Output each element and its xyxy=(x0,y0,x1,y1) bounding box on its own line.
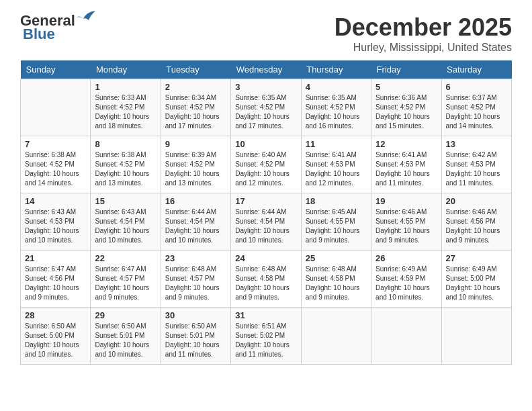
day-number: 2 xyxy=(165,82,226,92)
week-row-5: 28Sunrise: 6:50 AM Sunset: 5:00 PM Dayli… xyxy=(21,308,512,365)
day-info: Sunrise: 6:38 AM Sunset: 4:52 PM Dayligh… xyxy=(25,150,86,188)
day-info: Sunrise: 6:44 AM Sunset: 4:54 PM Dayligh… xyxy=(235,208,296,245)
calendar-cell: 3Sunrise: 6:35 AM Sunset: 4:52 PM Daylig… xyxy=(231,79,301,136)
col-header-tuesday: Tuesday xyxy=(161,60,230,79)
calendar-cell: 28Sunrise: 6:50 AM Sunset: 5:00 PM Dayli… xyxy=(21,308,91,365)
calendar-cell: 5Sunrise: 6:36 AM Sunset: 4:52 PM Daylig… xyxy=(371,79,441,136)
day-info: Sunrise: 6:39 AM Sunset: 4:52 PM Dayligh… xyxy=(165,150,226,188)
day-number: 15 xyxy=(95,196,156,206)
day-info: Sunrise: 6:51 AM Sunset: 5:02 PM Dayligh… xyxy=(235,322,296,359)
header: General Blue December 2025 Hurley, Missi… xyxy=(20,13,512,54)
calendar-cell: 26Sunrise: 6:49 AM Sunset: 4:59 PM Dayli… xyxy=(371,250,441,308)
day-number: 25 xyxy=(306,253,367,263)
calendar-cell: 30Sunrise: 6:50 AM Sunset: 5:01 PM Dayli… xyxy=(161,308,230,365)
day-info: Sunrise: 6:45 AM Sunset: 4:55 PM Dayligh… xyxy=(306,208,367,245)
day-number: 16 xyxy=(165,196,226,206)
col-header-friday: Friday xyxy=(371,60,441,79)
day-number: 24 xyxy=(235,253,296,263)
calendar-cell: 14Sunrise: 6:43 AM Sunset: 4:53 PM Dayli… xyxy=(21,193,91,250)
calendar-cell: 19Sunrise: 6:46 AM Sunset: 4:55 PM Dayli… xyxy=(371,193,441,250)
day-number: 13 xyxy=(446,139,507,149)
day-number: 1 xyxy=(95,82,156,92)
calendar-cell xyxy=(21,79,91,136)
day-number: 22 xyxy=(95,253,156,263)
logo-blue: Blue xyxy=(23,26,55,43)
day-number: 9 xyxy=(165,139,226,149)
calendar-cell: 16Sunrise: 6:44 AM Sunset: 4:54 PM Dayli… xyxy=(161,193,230,250)
day-number: 19 xyxy=(375,196,437,206)
day-info: Sunrise: 6:35 AM Sunset: 4:52 PM Dayligh… xyxy=(306,93,367,131)
day-number: 3 xyxy=(235,82,296,92)
calendar-cell: 9Sunrise: 6:39 AM Sunset: 4:52 PM Daylig… xyxy=(161,136,230,193)
day-info: Sunrise: 6:46 AM Sunset: 4:55 PM Dayligh… xyxy=(375,208,437,245)
week-row-2: 7Sunrise: 6:38 AM Sunset: 4:52 PM Daylig… xyxy=(21,136,512,193)
calendar-cell: 7Sunrise: 6:38 AM Sunset: 4:52 PM Daylig… xyxy=(21,136,91,193)
calendar-cell: 24Sunrise: 6:48 AM Sunset: 4:58 PM Dayli… xyxy=(231,250,301,308)
day-number: 21 xyxy=(25,253,86,263)
day-info: Sunrise: 6:50 AM Sunset: 5:00 PM Dayligh… xyxy=(25,322,86,359)
col-header-saturday: Saturday xyxy=(441,60,511,79)
calendar-cell: 27Sunrise: 6:49 AM Sunset: 5:00 PM Dayli… xyxy=(441,250,511,308)
day-number: 7 xyxy=(25,139,86,149)
day-number: 23 xyxy=(165,253,226,263)
day-info: Sunrise: 6:36 AM Sunset: 4:52 PM Dayligh… xyxy=(375,93,437,131)
calendar-cell: 6Sunrise: 6:37 AM Sunset: 4:52 PM Daylig… xyxy=(441,79,511,136)
logo: General Blue xyxy=(20,13,95,43)
calendar-cell: 4Sunrise: 6:35 AM Sunset: 4:52 PM Daylig… xyxy=(301,79,371,136)
day-number: 31 xyxy=(235,310,296,320)
calendar-cell xyxy=(301,308,371,365)
day-number: 26 xyxy=(375,253,437,263)
subtitle: Hurley, Mississippi, United States xyxy=(335,42,512,54)
calendar-header-row: SundayMondayTuesdayWednesdayThursdayFrid… xyxy=(21,60,512,79)
day-number: 18 xyxy=(306,196,367,206)
day-info: Sunrise: 6:37 AM Sunset: 4:52 PM Dayligh… xyxy=(446,93,507,131)
main-title: December 2025 xyxy=(335,13,512,42)
calendar-cell: 22Sunrise: 6:47 AM Sunset: 4:57 PM Dayli… xyxy=(91,250,161,308)
col-header-sunday: Sunday xyxy=(21,60,91,79)
day-info: Sunrise: 6:48 AM Sunset: 4:58 PM Dayligh… xyxy=(306,265,367,302)
day-info: Sunrise: 6:46 AM Sunset: 4:56 PM Dayligh… xyxy=(446,208,507,245)
calendar-cell: 17Sunrise: 6:44 AM Sunset: 4:54 PM Dayli… xyxy=(231,193,301,250)
calendar-cell: 18Sunrise: 6:45 AM Sunset: 4:55 PM Dayli… xyxy=(301,193,371,250)
calendar-cell xyxy=(371,308,441,365)
day-number: 12 xyxy=(375,139,437,149)
day-info: Sunrise: 6:43 AM Sunset: 4:54 PM Dayligh… xyxy=(95,208,156,245)
day-info: Sunrise: 6:50 AM Sunset: 5:01 PM Dayligh… xyxy=(165,322,226,359)
calendar-cell: 10Sunrise: 6:40 AM Sunset: 4:52 PM Dayli… xyxy=(231,136,301,193)
day-info: Sunrise: 6:38 AM Sunset: 4:52 PM Dayligh… xyxy=(95,150,156,188)
week-row-3: 14Sunrise: 6:43 AM Sunset: 4:53 PM Dayli… xyxy=(21,193,512,250)
day-number: 6 xyxy=(446,82,507,92)
day-number: 10 xyxy=(235,139,296,149)
day-info: Sunrise: 6:50 AM Sunset: 5:01 PM Dayligh… xyxy=(95,322,156,359)
day-info: Sunrise: 6:48 AM Sunset: 4:58 PM Dayligh… xyxy=(235,265,296,302)
day-number: 14 xyxy=(25,196,86,206)
day-info: Sunrise: 6:49 AM Sunset: 4:59 PM Dayligh… xyxy=(375,265,437,302)
day-number: 20 xyxy=(446,196,507,206)
day-number: 8 xyxy=(95,139,156,149)
day-info: Sunrise: 6:42 AM Sunset: 4:53 PM Dayligh… xyxy=(446,150,507,188)
calendar-cell: 1Sunrise: 6:33 AM Sunset: 4:52 PM Daylig… xyxy=(91,79,161,136)
calendar-cell: 12Sunrise: 6:41 AM Sunset: 4:53 PM Dayli… xyxy=(371,136,441,193)
week-row-4: 21Sunrise: 6:47 AM Sunset: 4:56 PM Dayli… xyxy=(21,250,512,308)
day-info: Sunrise: 6:35 AM Sunset: 4:52 PM Dayligh… xyxy=(235,93,296,131)
calendar-cell: 23Sunrise: 6:48 AM Sunset: 4:57 PM Dayli… xyxy=(161,250,230,308)
logo-bird-icon xyxy=(77,11,95,26)
calendar-cell: 31Sunrise: 6:51 AM Sunset: 5:02 PM Dayli… xyxy=(231,308,301,365)
day-info: Sunrise: 6:41 AM Sunset: 4:53 PM Dayligh… xyxy=(306,150,367,188)
day-info: Sunrise: 6:40 AM Sunset: 4:52 PM Dayligh… xyxy=(235,150,296,188)
calendar-cell: 21Sunrise: 6:47 AM Sunset: 4:56 PM Dayli… xyxy=(21,250,91,308)
day-number: 28 xyxy=(25,310,86,320)
day-number: 27 xyxy=(446,253,507,263)
calendar-cell: 13Sunrise: 6:42 AM Sunset: 4:53 PM Dayli… xyxy=(441,136,511,193)
day-number: 11 xyxy=(306,139,367,149)
calendar-cell: 2Sunrise: 6:34 AM Sunset: 4:52 PM Daylig… xyxy=(161,79,230,136)
day-number: 30 xyxy=(165,310,226,320)
day-info: Sunrise: 6:34 AM Sunset: 4:52 PM Dayligh… xyxy=(165,93,226,131)
calendar-cell: 29Sunrise: 6:50 AM Sunset: 5:01 PM Dayli… xyxy=(91,308,161,365)
day-info: Sunrise: 6:48 AM Sunset: 4:57 PM Dayligh… xyxy=(165,265,226,302)
day-number: 5 xyxy=(375,82,437,92)
calendar-cell: 15Sunrise: 6:43 AM Sunset: 4:54 PM Dayli… xyxy=(91,193,161,250)
calendar-cell: 20Sunrise: 6:46 AM Sunset: 4:56 PM Dayli… xyxy=(441,193,511,250)
col-header-wednesday: Wednesday xyxy=(231,60,301,79)
day-number: 4 xyxy=(306,82,367,92)
